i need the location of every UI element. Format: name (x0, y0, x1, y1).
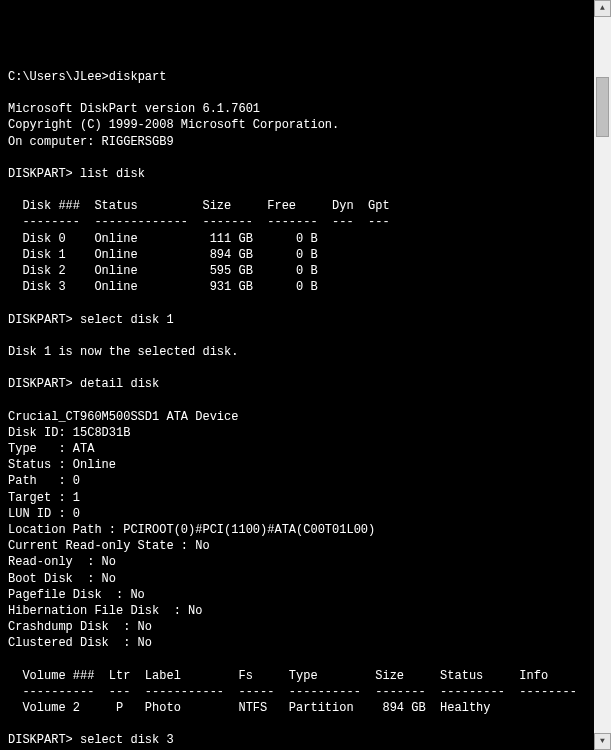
scroll-up-button[interactable]: ▲ (594, 0, 611, 17)
scroll-down-button[interactable]: ▼ (594, 733, 611, 750)
detail-boot-disk: Boot Disk : No (8, 572, 116, 586)
dp-prompt: DISKPART> (8, 377, 73, 391)
detail-lun-id: LUN ID : 0 (8, 507, 80, 521)
volume-separator: ---------- --- ----------- ----- -------… (8, 685, 577, 699)
scroll-track[interactable] (594, 17, 611, 733)
list-disk-separator: -------- ------------- ------- ------- -… (8, 215, 390, 229)
cmd-list-disk: list disk (80, 167, 145, 181)
list-disk-row: Disk 0 Online 111 GB 0 B (8, 232, 318, 246)
detail-path: Path : 0 (8, 474, 80, 488)
detail-hibernation-disk: Hibernation File Disk : No (8, 604, 202, 618)
prompt-path: C:\Users\JLee> (8, 70, 109, 84)
dp-prompt: DISKPART> (8, 733, 73, 747)
cmd-detail-disk: detail disk (80, 377, 159, 391)
detail-disk-id: Disk ID: 15C8D31B (8, 426, 130, 440)
header-line1: Microsoft DiskPart version 6.1.7601 (8, 102, 260, 116)
detail-type: Type : ATA (8, 442, 94, 456)
cmd-select-disk-1: select disk 1 (80, 313, 174, 327)
msg-selected-disk-1: Disk 1 is now the selected disk. (8, 345, 238, 359)
scroll-thumb[interactable] (596, 77, 609, 137)
detail-readonly: Read-only : No (8, 555, 116, 569)
header-line3: On computer: RIGGERSGB9 (8, 135, 174, 149)
cmd-diskpart: diskpart (109, 70, 167, 84)
detail-status: Status : Online (8, 458, 116, 472)
terminal-output: C:\Users\JLee>diskpart Microsoft DiskPar… (8, 69, 603, 750)
list-disk-row: Disk 3 Online 931 GB 0 B (8, 280, 318, 294)
list-disk-row: Disk 2 Online 595 GB 0 B (8, 264, 318, 278)
detail-target: Target : 1 (8, 491, 80, 505)
detail-crashdump-disk: Crashdump Disk : No (8, 620, 152, 634)
dp-prompt: DISKPART> (8, 313, 73, 327)
detail-device-name: Crucial_CT960M500SSD1 ATA Device (8, 410, 238, 424)
detail-location-path: Location Path : PCIROOT(0)#PCI(1100)#ATA… (8, 523, 375, 537)
volume-header: Volume ### Ltr Label Fs Type Size Status… (8, 669, 548, 683)
detail-readonly-state: Current Read-only State : No (8, 539, 210, 553)
list-disk-row: Disk 1 Online 894 GB 0 B (8, 248, 318, 262)
detail-pagefile-disk: Pagefile Disk : No (8, 588, 145, 602)
volume-row: Volume 2 P Photo NTFS Partition 894 GB H… (8, 701, 490, 715)
dp-prompt: DISKPART> (8, 167, 73, 181)
detail-clustered-disk: Clustered Disk : No (8, 636, 152, 650)
header-line2: Copyright (C) 1999-2008 Microsoft Corpor… (8, 118, 339, 132)
cmd-select-disk-3: select disk 3 (80, 733, 174, 747)
list-disk-header: Disk ### Status Size Free Dyn Gpt (8, 199, 390, 213)
vertical-scrollbar[interactable]: ▲ ▼ (594, 0, 611, 750)
